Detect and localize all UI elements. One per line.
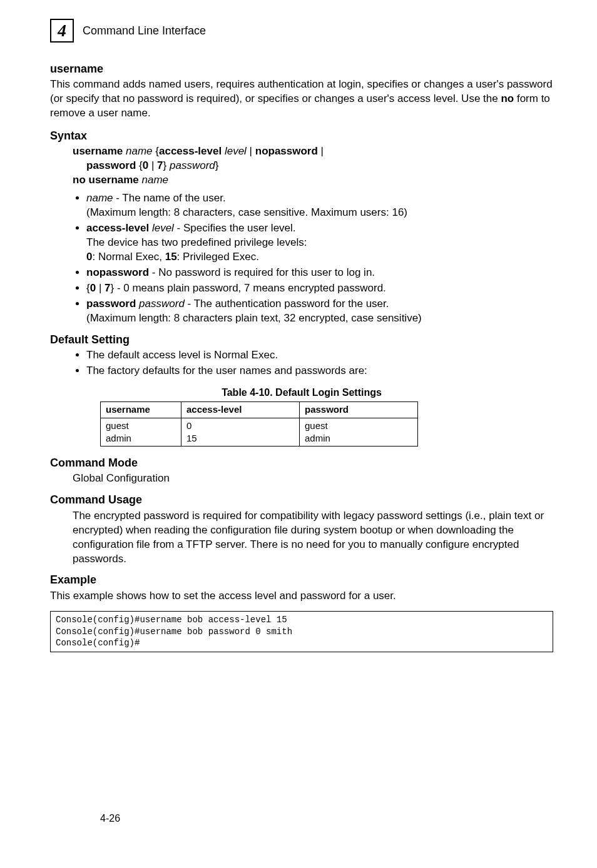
param-07-0: 0 (90, 282, 96, 294)
page-number: 4-26 (100, 812, 120, 825)
example-code-block: Console(config)#username bob access-leve… (50, 611, 553, 653)
page-header: 4 Command Line Interface (50, 19, 553, 43)
param-nopass-txt: - No password is required for this user … (149, 266, 375, 278)
example-intro: This example shows how to set the access… (50, 589, 553, 603)
td: guest admin (101, 418, 181, 447)
param-pw-note: (Maximum length: 8 characters plain text… (86, 312, 422, 324)
cell-text: guest (106, 420, 129, 431)
param-pw-txt: - The authentication password for the us… (185, 298, 389, 310)
default-b1: The default access level is Normal Exec. (86, 348, 553, 363)
syntax-txt: } (163, 159, 170, 171)
param-access-15: 15 (165, 251, 177, 263)
syntax-line-1: username name {access-level level | nopa… (73, 144, 553, 159)
param-pw-b: password (86, 298, 136, 310)
param-access-note1: The device has two predefined privilege … (86, 236, 307, 248)
param-name-em: name (86, 192, 113, 204)
syntax-heading: Syntax (50, 128, 553, 143)
command-intro: This command adds named users, requires … (50, 78, 553, 121)
intro-text-1: This command adds named users, requires … (50, 78, 553, 104)
param-name-txt: - The name of the user. (113, 192, 226, 204)
syntax-txt: | (148, 159, 157, 171)
param-0-7: {0 | 7} - 0 means plain password, 7 mean… (86, 281, 553, 296)
table-row: guest admin 0 15 guest admin (101, 418, 418, 447)
param-nopass-b: nopassword (86, 266, 149, 278)
syntax-txt: { (153, 145, 159, 157)
param-07-b: } - 0 means plain password, 7 means encr… (111, 282, 386, 294)
syntax-arg: password (170, 159, 215, 171)
syntax-txt: | (247, 145, 255, 157)
td: 0 15 (181, 418, 300, 447)
command-usage-text: The encrypted password is required for c… (73, 509, 553, 567)
th-password: password (300, 402, 418, 418)
param-07-7: 7 (105, 282, 110, 294)
syntax-txt: { (136, 159, 142, 171)
syntax-kw: 0 (143, 159, 148, 171)
param-access-level: access-level level - Specifies the user … (86, 221, 553, 265)
param-password: password password - The authentication p… (86, 297, 553, 326)
param-access-txt: - Specifies the user level. (174, 222, 296, 234)
command-name-heading: username (50, 61, 553, 76)
default-b2: The factory defaults for the user names … (86, 364, 553, 378)
example-heading: Example (50, 572, 553, 587)
syntax-kw: no username (73, 174, 142, 186)
syntax-line-3: no username name (73, 173, 553, 188)
table-header-row: username access-level password (101, 402, 418, 418)
syntax-kw: password (86, 159, 136, 171)
syntax-kw: username (73, 145, 126, 157)
syntax-block: username name {access-level level | nopa… (73, 144, 553, 188)
param-nopassword: nopassword - No password is required for… (86, 266, 553, 280)
cell-text: guest (305, 420, 328, 431)
th-access-level: access-level (181, 402, 300, 418)
td: guest admin (300, 418, 418, 447)
syntax-txt: } (215, 159, 219, 171)
syntax-kw: access-level (159, 145, 225, 157)
syntax-kw: 7 (157, 159, 163, 171)
syntax-arg: level (225, 145, 247, 157)
cell-text: 0 (186, 420, 191, 431)
cell-text: admin (305, 433, 330, 443)
default-setting-list: The default access level is Normal Exec.… (73, 348, 553, 378)
syntax-kw: nopassword (255, 145, 318, 157)
header-section-title: Command Line Interface (83, 23, 206, 38)
default-setting-heading: Default Setting (50, 332, 553, 347)
syntax-line-2: password {0 | 7} password} (86, 159, 553, 173)
param-name: name - The name of the user. (Maximum le… (86, 191, 553, 220)
syntax-arg: name (142, 174, 169, 186)
chapter-number-icon: 4 (50, 19, 74, 43)
syntax-params-list: name - The name of the user. (Maximum le… (73, 191, 553, 325)
command-usage-heading: Command Usage (50, 492, 553, 507)
th-username: username (101, 402, 181, 418)
syntax-txt: | (318, 145, 324, 157)
syntax-arg: name (126, 145, 153, 157)
param-access-txt2b: : Normal Exec, (92, 251, 165, 263)
param-07-pipe: | (96, 282, 105, 294)
table-caption: Table 4-10. Default Login Settings (50, 386, 553, 400)
param-name-note: (Maximum length: 8 characters, case sens… (86, 206, 407, 218)
cell-text: 15 (186, 433, 197, 443)
param-access-txt2d: : Privileged Exec. (177, 251, 259, 263)
command-mode-heading: Command Mode (50, 455, 553, 470)
intro-no-keyword: no (501, 93, 514, 104)
param-access-em: level (149, 222, 174, 234)
cell-text: admin (106, 433, 131, 443)
param-access-b: access-level (86, 222, 149, 234)
login-settings-table: username access-level password guest adm… (100, 401, 418, 447)
command-mode-text: Global Configuration (73, 472, 553, 486)
param-pw-em: password (136, 298, 184, 310)
